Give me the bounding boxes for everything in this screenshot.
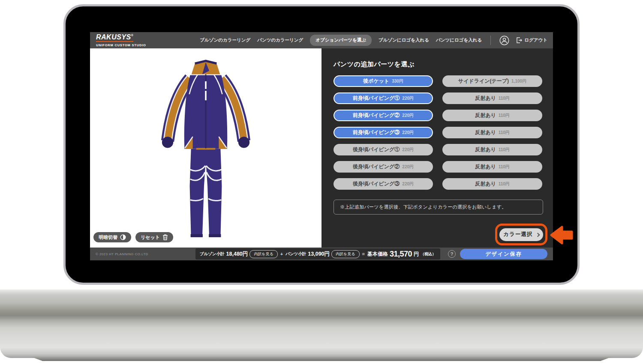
- nav-item-blouson-logo[interactable]: ブルゾンにロゴを入れる: [379, 37, 429, 43]
- pants-subtotal-value: 13,090円: [308, 251, 330, 258]
- canvas-controls: 明暗切替 リセット: [93, 232, 173, 242]
- price-bar: © 2023 HT PLANNING CO.LTD ブルゾン小計 18,480円…: [90, 248, 553, 260]
- reset-label: リセット: [141, 234, 160, 241]
- option-front-piping-2[interactable]: 前身頃パイピング②220円: [334, 110, 433, 121]
- copyright-text: © 2023 HT PLANNING CO.LTD: [96, 252, 148, 256]
- color-select-highlight: カラー選択: [495, 224, 547, 245]
- option-back-piping-2[interactable]: 後身頃パイピング②220円: [334, 161, 433, 173]
- pants-breakdown-button[interactable]: 内訳を見る: [331, 250, 359, 258]
- logout-icon: [516, 37, 522, 43]
- tax-included-label: （税込）: [421, 251, 436, 257]
- contrast-icon: [120, 234, 126, 240]
- tracksuit-illustration: [152, 56, 259, 245]
- option-reflective-1[interactable]: 反射あり110円: [442, 92, 542, 104]
- header-divider: [490, 36, 491, 45]
- yen-suffix: 円: [414, 251, 419, 258]
- options-grid: 後ポケット330円 サイドライン(テープ)1,100円 前身頃パイピング①220…: [334, 75, 543, 190]
- logo-tagline: UNIFORM CUSTOM STUDIO: [96, 43, 146, 47]
- options-title: パンツの追加パーツを選ぶ: [334, 60, 543, 69]
- nav-item-pants-logo[interactable]: パンツにロゴを入れる: [436, 37, 482, 43]
- option-front-piping-3[interactable]: 前身頃パイピング③220円: [334, 127, 433, 138]
- options-panel: パンツの追加パーツを選ぶ 後ポケット330円 サイドライン(テープ)1,100円…: [322, 48, 553, 248]
- logout-label: ログアウト: [524, 37, 547, 43]
- garment-preview-canvas: 明暗切替 リセット: [90, 48, 322, 248]
- base-price-value: 31,570: [390, 250, 412, 259]
- blouson-subtotal-value: 18,480円: [226, 251, 248, 258]
- color-select-button[interactable]: カラー選択: [499, 228, 543, 241]
- logout-button[interactable]: ログアウト: [516, 37, 547, 43]
- option-reflective-2[interactable]: 反射あり110円: [442, 110, 542, 121]
- blouson-subtotal-label: ブルゾン小計: [200, 251, 225, 257]
- annotation-arrow-icon: [550, 225, 574, 245]
- option-reflective-4[interactable]: 反射あり110円: [442, 144, 542, 155]
- nav-item-blouson-coloring[interactable]: ブルゾンのカラーリング: [200, 37, 250, 43]
- brightness-toggle-label: 明暗切替: [99, 234, 117, 241]
- plus-sign: +: [279, 251, 284, 257]
- instruction-note: ※上記追加パーツを選択後、下記ボタンよりカラーの選択をお願いします。: [334, 200, 543, 215]
- color-select-label: カラー選択: [503, 231, 532, 238]
- account-button[interactable]: [499, 36, 509, 45]
- option-front-piping-1[interactable]: 前身頃パイピング①220円: [334, 92, 433, 104]
- laptop-base-lip: [31, 357, 612, 361]
- option-reflective-6[interactable]: 反射あり110円: [442, 178, 542, 190]
- equals-sign: =: [361, 251, 366, 257]
- trash-icon: [162, 234, 168, 240]
- registered-mark: ®: [131, 34, 134, 37]
- price-summary: ブルゾン小計 18,480円 内訳を見る + パンツ小計 13,090円 内訳を…: [195, 248, 440, 260]
- brand-logo: RAKUSYS® UNIFORM CUSTOM STUDIO: [96, 34, 146, 47]
- base-price-label: 基本価格: [367, 251, 388, 258]
- option-side-line-tape[interactable]: サイドライン(テープ)1,100円: [442, 75, 542, 87]
- option-back-piping-1[interactable]: 後身頃パイピング①220円: [334, 144, 433, 155]
- pants-subtotal-label: パンツ小計: [285, 251, 306, 257]
- chevron-right-icon: [535, 233, 540, 237]
- laptop-base: [0, 289, 643, 358]
- option-rear-pocket[interactable]: 後ポケット330円: [334, 75, 433, 87]
- help-button[interactable]: ?: [448, 250, 456, 258]
- brightness-toggle-button[interactable]: 明暗切替: [93, 232, 131, 242]
- user-icon: [499, 36, 509, 45]
- nav-item-pants-coloring[interactable]: パンツのカラーリング: [257, 37, 303, 43]
- laptop-mockup: RAKUSYS® UNIFORM CUSTOM STUDIO ブルゾンのカラーリ…: [0, 0, 643, 364]
- option-reflective-3[interactable]: 反射あり110円: [442, 127, 542, 138]
- nav-item-option-parts[interactable]: オプションパーツを選ぶ: [310, 35, 372, 46]
- reset-button[interactable]: リセット: [135, 232, 173, 242]
- app-header: RAKUSYS® UNIFORM CUSTOM STUDIO ブルゾンのカラーリ…: [90, 32, 553, 48]
- laptop-screen-bezel: RAKUSYS® UNIFORM CUSTOM STUDIO ブルゾンのカラーリ…: [63, 4, 580, 285]
- option-back-piping-3[interactable]: 後身頃パイピング③220円: [334, 178, 433, 190]
- app-screen: RAKUSYS® UNIFORM CUSTOM STUDIO ブルゾンのカラーリ…: [90, 32, 553, 260]
- blouson-breakdown-button[interactable]: 内訳を見る: [249, 250, 277, 258]
- main-area: 明暗切替 リセット: [90, 48, 553, 248]
- main-nav: ブルゾンのカラーリング パンツのカラーリング オプションパーツを選ぶ ブルゾンに…: [200, 35, 547, 46]
- option-reflective-5[interactable]: 反射あり110円: [442, 161, 542, 173]
- logo-text: RAKUSYS®: [96, 34, 133, 42]
- save-design-button[interactable]: デザイン保存: [460, 249, 547, 259]
